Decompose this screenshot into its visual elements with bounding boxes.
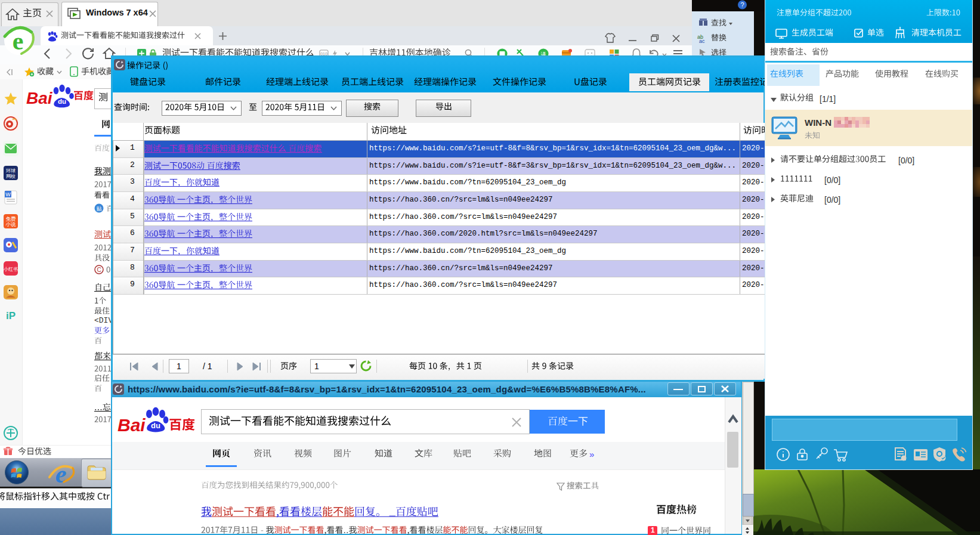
svg-text:小说: 小说 xyxy=(6,221,17,227)
svg-text:小红书: 小红书 xyxy=(4,267,18,272)
svg-text:贴: 贴 xyxy=(97,206,102,212)
svg-text:C: C xyxy=(97,267,101,273)
svg-text:免费: 免费 xyxy=(6,216,17,222)
svg-text:Bai: Bai xyxy=(118,415,146,435)
svg-text:Bai: Bai xyxy=(26,89,53,107)
svg-text:环球: 环球 xyxy=(5,168,16,174)
svg-text:网校: 网校 xyxy=(6,174,16,179)
svg-text:iP: iP xyxy=(6,310,16,321)
svg-text:du: du xyxy=(151,421,160,430)
svg-text:W: W xyxy=(5,191,11,197)
svg-text:ac: ac xyxy=(699,38,705,44)
svg-text:e: e xyxy=(13,27,24,55)
svg-text:du: du xyxy=(58,98,66,105)
svg-text:?: ? xyxy=(740,1,744,8)
svg-text:e: e xyxy=(55,460,67,488)
